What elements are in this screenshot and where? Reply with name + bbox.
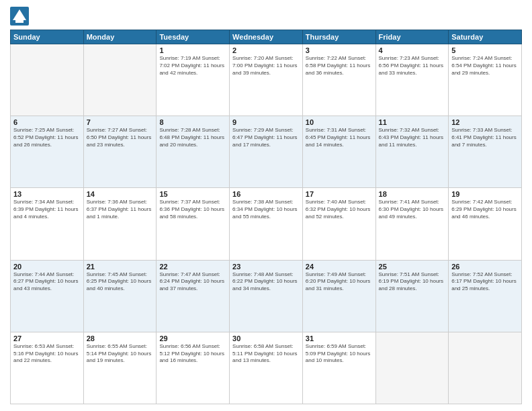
day-info: Sunrise: 7:34 AM Sunset: 6:39 PM Dayligh… xyxy=(13,199,81,220)
calendar-week: 20Sunrise: 7:44 AM Sunset: 6:27 PM Dayli… xyxy=(11,260,522,332)
day-info: Sunrise: 7:32 AM Sunset: 6:43 PM Dayligh… xyxy=(379,127,446,148)
day-number: 17 xyxy=(306,190,373,198)
page: SundayMondayTuesdayWednesdayThursdayFrid… xyxy=(0,0,532,411)
day-info: Sunrise: 7:20 AM Sunset: 7:00 PM Dayligh… xyxy=(232,55,300,77)
calendar-cell: 11Sunrise: 7:32 AM Sunset: 6:43 PM Dayli… xyxy=(375,116,449,188)
day-info: Sunrise: 7:40 AM Sunset: 6:32 PM Dayligh… xyxy=(306,199,373,220)
day-info: Sunrise: 7:44 AM Sunset: 6:27 PM Dayligh… xyxy=(13,271,81,293)
day-info: Sunrise: 7:36 AM Sunset: 6:37 PM Dayligh… xyxy=(87,199,154,220)
calendar-cell: 14Sunrise: 7:36 AM Sunset: 6:37 PM Dayli… xyxy=(83,188,157,260)
day-number: 7 xyxy=(87,118,154,126)
calendar-cell: 18Sunrise: 7:41 AM Sunset: 6:30 PM Dayli… xyxy=(375,188,449,260)
day-number: 19 xyxy=(451,190,519,198)
calendar-week: 6Sunrise: 7:25 AM Sunset: 6:52 PM Daylig… xyxy=(11,116,522,188)
svg-rect-2 xyxy=(15,20,24,23)
logo-icon xyxy=(10,7,29,26)
calendar-cell xyxy=(449,332,522,404)
day-number: 25 xyxy=(379,263,446,271)
day-info: Sunrise: 6:56 AM Sunset: 5:12 PM Dayligh… xyxy=(159,343,226,365)
calendar-cell: 19Sunrise: 7:42 AM Sunset: 6:29 PM Dayli… xyxy=(449,188,522,260)
day-number: 9 xyxy=(232,118,300,126)
calendar-cell: 13Sunrise: 7:34 AM Sunset: 6:39 PM Dayli… xyxy=(11,188,84,260)
day-info: Sunrise: 7:48 AM Sunset: 6:22 PM Dayligh… xyxy=(232,271,300,293)
day-number: 30 xyxy=(232,334,300,342)
day-number: 21 xyxy=(87,263,154,271)
day-number: 11 xyxy=(379,118,446,126)
day-info: Sunrise: 7:45 AM Sunset: 6:25 PM Dayligh… xyxy=(87,271,154,293)
day-header: Wednesday xyxy=(230,30,303,44)
day-header: Monday xyxy=(83,30,157,44)
day-info: Sunrise: 7:47 AM Sunset: 6:24 PM Dayligh… xyxy=(159,271,226,293)
calendar-cell: 7Sunrise: 7:27 AM Sunset: 6:50 PM Daylig… xyxy=(83,116,157,188)
day-info: Sunrise: 7:38 AM Sunset: 6:34 PM Dayligh… xyxy=(232,199,300,220)
calendar-cell: 30Sunrise: 6:58 AM Sunset: 5:11 PM Dayli… xyxy=(230,332,303,404)
calendar-cell: 24Sunrise: 7:49 AM Sunset: 6:20 PM Dayli… xyxy=(302,260,375,332)
day-header: Sunday xyxy=(11,30,84,44)
day-info: Sunrise: 7:42 AM Sunset: 6:29 PM Dayligh… xyxy=(451,199,519,220)
calendar-cell: 1Sunrise: 7:19 AM Sunset: 7:02 PM Daylig… xyxy=(157,44,230,116)
calendar-cell: 3Sunrise: 7:22 AM Sunset: 6:58 PM Daylig… xyxy=(302,44,375,116)
calendar-cell: 26Sunrise: 7:52 AM Sunset: 6:17 PM Dayli… xyxy=(449,260,522,332)
day-info: Sunrise: 6:53 AM Sunset: 5:16 PM Dayligh… xyxy=(13,343,81,365)
calendar-cell: 8Sunrise: 7:28 AM Sunset: 6:48 PM Daylig… xyxy=(157,116,230,188)
day-info: Sunrise: 7:24 AM Sunset: 6:54 PM Dayligh… xyxy=(451,55,519,77)
day-header: Friday xyxy=(375,30,449,44)
calendar-cell: 10Sunrise: 7:31 AM Sunset: 6:45 PM Dayli… xyxy=(302,116,375,188)
day-info: Sunrise: 7:22 AM Sunset: 6:58 PM Dayligh… xyxy=(306,55,373,77)
day-number: 29 xyxy=(159,334,226,342)
logo xyxy=(10,7,32,26)
calendar-cell: 31Sunrise: 6:59 AM Sunset: 5:09 PM Dayli… xyxy=(302,332,375,404)
day-number: 8 xyxy=(159,118,226,126)
calendar-cell: 17Sunrise: 7:40 AM Sunset: 6:32 PM Dayli… xyxy=(302,188,375,260)
header xyxy=(10,7,522,26)
calendar-cell: 4Sunrise: 7:23 AM Sunset: 6:56 PM Daylig… xyxy=(375,44,449,116)
calendar-cell: 27Sunrise: 6:53 AM Sunset: 5:16 PM Dayli… xyxy=(11,332,84,404)
calendar-week: 27Sunrise: 6:53 AM Sunset: 5:16 PM Dayli… xyxy=(11,332,522,404)
header-row: SundayMondayTuesdayWednesdayThursdayFrid… xyxy=(11,30,522,44)
day-info: Sunrise: 6:58 AM Sunset: 5:11 PM Dayligh… xyxy=(232,343,300,365)
day-info: Sunrise: 6:59 AM Sunset: 5:09 PM Dayligh… xyxy=(306,343,373,365)
calendar-cell: 28Sunrise: 6:55 AM Sunset: 5:14 PM Dayli… xyxy=(83,332,157,404)
day-number: 4 xyxy=(379,46,446,54)
calendar-week: 13Sunrise: 7:34 AM Sunset: 6:39 PM Dayli… xyxy=(11,188,522,260)
day-info: Sunrise: 7:27 AM Sunset: 6:50 PM Dayligh… xyxy=(87,127,154,148)
day-number: 13 xyxy=(13,190,81,198)
day-number: 16 xyxy=(232,190,300,198)
calendar-cell: 23Sunrise: 7:48 AM Sunset: 6:22 PM Dayli… xyxy=(230,260,303,332)
calendar-cell: 21Sunrise: 7:45 AM Sunset: 6:25 PM Dayli… xyxy=(83,260,157,332)
calendar-cell: 12Sunrise: 7:33 AM Sunset: 6:41 PM Dayli… xyxy=(449,116,522,188)
day-info: Sunrise: 7:31 AM Sunset: 6:45 PM Dayligh… xyxy=(306,127,373,148)
calendar: SundayMondayTuesdayWednesdayThursdayFrid… xyxy=(10,30,522,404)
day-number: 27 xyxy=(13,334,81,342)
day-info: Sunrise: 7:28 AM Sunset: 6:48 PM Dayligh… xyxy=(159,127,226,148)
calendar-cell xyxy=(83,44,157,116)
day-info: Sunrise: 7:52 AM Sunset: 6:17 PM Dayligh… xyxy=(451,271,519,293)
calendar-cell: 20Sunrise: 7:44 AM Sunset: 6:27 PM Dayli… xyxy=(11,260,84,332)
day-info: Sunrise: 7:51 AM Sunset: 6:19 PM Dayligh… xyxy=(379,271,446,293)
day-info: Sunrise: 7:33 AM Sunset: 6:41 PM Dayligh… xyxy=(451,127,519,148)
calendar-cell: 5Sunrise: 7:24 AM Sunset: 6:54 PM Daylig… xyxy=(449,44,522,116)
day-header: Saturday xyxy=(449,30,522,44)
day-info: Sunrise: 7:41 AM Sunset: 6:30 PM Dayligh… xyxy=(379,199,446,220)
day-number: 28 xyxy=(87,334,154,342)
calendar-cell: 2Sunrise: 7:20 AM Sunset: 7:00 PM Daylig… xyxy=(230,44,303,116)
day-number: 3 xyxy=(306,46,373,54)
day-number: 31 xyxy=(306,334,373,342)
day-info: Sunrise: 6:55 AM Sunset: 5:14 PM Dayligh… xyxy=(87,343,154,365)
day-number: 10 xyxy=(306,118,373,126)
day-number: 15 xyxy=(159,190,226,198)
day-header: Tuesday xyxy=(157,30,230,44)
day-number: 12 xyxy=(451,118,519,126)
day-info: Sunrise: 7:49 AM Sunset: 6:20 PM Dayligh… xyxy=(306,271,373,293)
calendar-cell: 22Sunrise: 7:47 AM Sunset: 6:24 PM Dayli… xyxy=(157,260,230,332)
day-info: Sunrise: 7:19 AM Sunset: 7:02 PM Dayligh… xyxy=(159,55,226,77)
day-info: Sunrise: 7:23 AM Sunset: 6:56 PM Dayligh… xyxy=(379,55,446,77)
calendar-week: 1Sunrise: 7:19 AM Sunset: 7:02 PM Daylig… xyxy=(11,44,522,116)
day-number: 18 xyxy=(379,190,446,198)
day-info: Sunrise: 7:37 AM Sunset: 6:36 PM Dayligh… xyxy=(159,199,226,220)
day-number: 20 xyxy=(13,263,81,271)
day-number: 5 xyxy=(451,46,519,54)
day-info: Sunrise: 7:29 AM Sunset: 6:47 PM Dayligh… xyxy=(232,127,300,148)
day-info: Sunrise: 7:25 AM Sunset: 6:52 PM Dayligh… xyxy=(13,127,81,148)
day-number: 26 xyxy=(451,263,519,271)
